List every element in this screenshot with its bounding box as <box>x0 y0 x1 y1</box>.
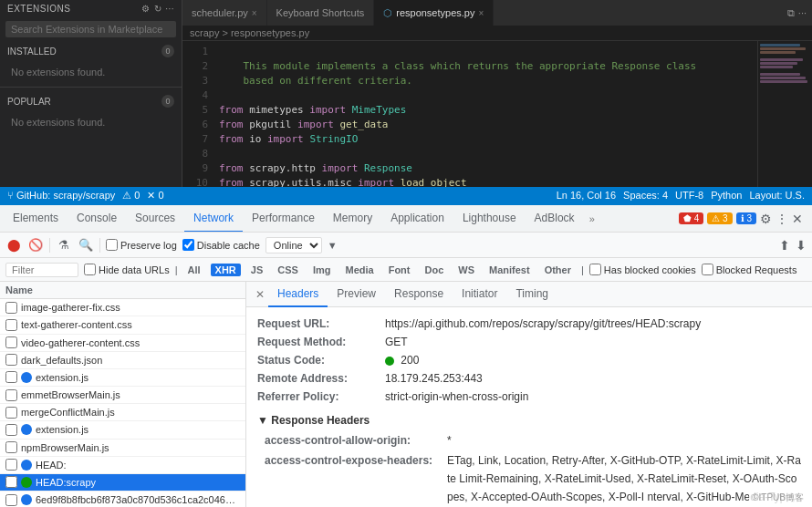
status-value: 200 <box>385 351 419 369</box>
filter-ws-btn[interactable]: WS <box>453 264 479 276</box>
remote-row: Remote Address: 18.179.245.253:443 <box>257 369 801 388</box>
export-icon[interactable]: ⬇ <box>796 238 807 253</box>
preserve-log-input[interactable] <box>106 239 118 251</box>
tab-application[interactable]: Application <box>381 205 453 233</box>
details-tab-timing[interactable]: Timing <box>506 282 557 307</box>
encoding-status[interactable]: UTF-8 <box>675 190 703 201</box>
devtools-more-icon[interactable]: ⋮ <box>776 212 788 226</box>
network-item-hash[interactable]: 6ed9f8b8fbcb6f873a0c870d536c1ca2c046d323 <box>0 491 245 507</box>
record-btn[interactable]: ⬤ <box>5 237 22 254</box>
tab-keyboard[interactable]: Keyboard Shortcuts <box>267 0 375 26</box>
item-name: HEAD: <box>36 460 67 471</box>
tab-responsetypes-close[interactable]: × <box>478 8 484 18</box>
network-item-npm-browser[interactable]: npmBrowserMain.js <box>0 440 245 457</box>
filter-media-btn[interactable]: Media <box>340 264 378 276</box>
header-name: access-control-allow-origin: <box>265 431 447 450</box>
referrer-value: strict-origin-when-cross-origin <box>385 388 528 406</box>
clear-btn[interactable]: 🚫 <box>27 237 44 254</box>
tab-sources[interactable]: Sources <box>126 205 184 233</box>
more-editors-icon[interactable]: ··· <box>798 7 807 18</box>
tab-scheduler-close[interactable]: × <box>252 8 257 18</box>
refresh-icon[interactable]: ↻ <box>154 4 162 14</box>
network-item-extension-js1[interactable]: extension.js <box>0 369 245 387</box>
item-checkbox[interactable] <box>5 354 17 366</box>
code-area: 12345 678910 11121314 This module implem… <box>182 41 812 187</box>
item-checkbox[interactable] <box>5 319 17 331</box>
errors-status: ✕ 0 <box>147 190 163 202</box>
devtools-tabs-more[interactable]: » <box>584 213 600 224</box>
devtools-close-icon[interactable]: ✕ <box>792 212 803 226</box>
spaces-status[interactable]: Spaces: 4 <box>623 190 668 201</box>
filter-xhr-btn[interactable]: XHR <box>211 264 241 276</box>
git-status[interactable]: ⑂ GitHub: scrapy/scrapy <box>7 190 115 201</box>
layout-status[interactable]: Layout: U.S. <box>749 190 805 201</box>
filter-doc-btn[interactable]: Doc <box>420 264 448 276</box>
search-input[interactable] <box>5 21 176 37</box>
tab-scheduler[interactable]: scheduler.py × <box>182 0 267 26</box>
response-headers-arrow[interactable]: ▼ <box>257 414 268 427</box>
watermark: ©ITPUB博客 <box>749 491 807 505</box>
filter-img-btn[interactable]: Img <box>308 264 336 276</box>
disable-cache-checkbox[interactable]: Disable cache <box>182 239 260 251</box>
tab-performance[interactable]: Performance <box>243 205 324 233</box>
blocked-requests-input[interactable] <box>702 264 713 275</box>
item-checkbox[interactable] <box>5 494 17 506</box>
item-checkbox[interactable] <box>5 407 17 419</box>
settings-icon[interactable]: ⚙ <box>760 212 772 226</box>
split-editor-icon[interactable]: ⧉ <box>787 7 795 19</box>
item-checkbox[interactable] <box>5 336 17 348</box>
hide-data-urls-checkbox[interactable]: Hide data URLs <box>84 264 170 275</box>
hide-data-urls-input[interactable] <box>84 264 96 275</box>
item-checkbox[interactable] <box>5 441 17 453</box>
network-item-video-gatherer[interactable]: video-gatherer-content.css <box>0 335 245 352</box>
position-status[interactable]: Ln 16, Col 16 <box>557 190 616 201</box>
more-icon[interactable]: ··· <box>165 4 174 14</box>
details-tab-initiator[interactable]: Initiator <box>453 282 506 307</box>
filter-js-btn[interactable]: JS <box>246 264 267 276</box>
header-value: * <box>447 431 452 450</box>
item-checkbox[interactable] <box>5 302 17 314</box>
language-status[interactable]: Python <box>711 190 742 201</box>
filter-manifest-btn[interactable]: Manifest <box>484 264 535 276</box>
disable-cache-input[interactable] <box>182 239 194 251</box>
network-item-head[interactable]: HEAD: <box>0 457 245 474</box>
network-item-text-gatherer[interactable]: text-gatherer-content.css <box>0 316 245 334</box>
network-item-merge-conflict[interactable]: mergeConflictMain.js <box>0 404 245 421</box>
filter-font-btn[interactable]: Font <box>384 264 415 276</box>
filter-all-btn[interactable]: All <box>183 264 205 276</box>
search-icon-btn[interactable]: 🔍 <box>78 237 94 254</box>
tab-adblock[interactable]: AdBlock <box>526 205 584 233</box>
import-icon[interactable]: ⬆ <box>779 238 790 253</box>
tab-responsetypes[interactable]: ⬡ responsetypes.py × <box>374 0 494 26</box>
has-blocked-input[interactable] <box>589 264 601 275</box>
preserve-log-checkbox[interactable]: Preserve log <box>106 239 177 251</box>
filter-input[interactable] <box>5 263 78 277</box>
details-tab-response[interactable]: Response <box>385 282 453 307</box>
filter-icon-btn[interactable]: ⚗ <box>56 237 72 254</box>
tab-console[interactable]: Console <box>68 205 126 233</box>
tab-network[interactable]: Network <box>184 205 243 233</box>
filter-icon[interactable]: ⚙ <box>141 4 151 14</box>
network-item-head-scrapy[interactable]: HEAD:scrapy <box>0 474 245 491</box>
item-checkbox[interactable] <box>5 459 17 471</box>
details-tab-headers[interactable]: Headers <box>268 282 328 307</box>
network-item-image-gatherer[interactable]: image-gatherer-fix.css <box>0 299 245 316</box>
item-checkbox[interactable] <box>5 389 17 401</box>
item-checkbox[interactable] <box>5 424 17 436</box>
filter-other-btn[interactable]: Other <box>540 264 576 276</box>
network-item-dark-defaults[interactable]: dark_defaults.json <box>0 352 245 369</box>
tab-memory[interactable]: Memory <box>324 205 381 233</box>
toolbar-divider2 <box>99 238 100 253</box>
network-item-emmet[interactable]: emmetBrowserMain.js <box>0 387 245 404</box>
blocked-requests-checkbox[interactable]: Blocked Requests <box>702 264 797 275</box>
details-tab-preview[interactable]: Preview <box>328 282 385 307</box>
item-checkbox[interactable] <box>5 476 17 488</box>
details-close-btn[interactable]: ✕ <box>252 288 268 301</box>
tab-lighthouse[interactable]: Lighthouse <box>453 205 526 233</box>
network-item-extension-js2[interactable]: extension.js <box>0 421 245 439</box>
has-blocked-checkbox[interactable]: Has blocked cookies <box>589 264 696 275</box>
item-checkbox[interactable] <box>5 371 17 383</box>
filter-css-btn[interactable]: CSS <box>273 264 303 276</box>
tab-elements[interactable]: Elements <box>4 205 68 233</box>
throttle-select[interactable]: Online <box>265 237 322 254</box>
